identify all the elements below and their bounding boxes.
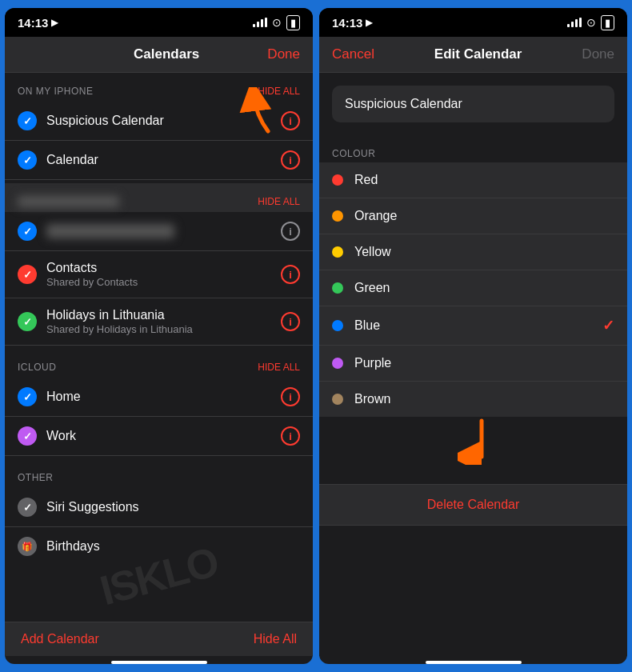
- add-calendar-button[interactable]: Add Calendar: [21, 632, 99, 646]
- green-dot: [332, 282, 343, 294]
- blurred-calendar-item: ✓ blurred text i: [5, 212, 313, 251]
- cancel-button[interactable]: Cancel: [332, 46, 374, 62]
- right-spacer: [319, 526, 627, 656]
- left-done-button[interactable]: Done: [267, 46, 300, 62]
- colour-green-item[interactable]: Green: [319, 270, 627, 306]
- home-check: ✓: [18, 387, 37, 406]
- home-name: Home: [46, 390, 281, 404]
- calendar-check: ✓: [18, 150, 37, 170]
- calendar-name-field[interactable]: [332, 86, 614, 122]
- siri-name: Siri Suggestions: [46, 500, 300, 514]
- delete-calendar-button[interactable]: Delete Calendar: [319, 484, 627, 526]
- blurred-hide-all[interactable]: HIDE ALL: [258, 196, 300, 207]
- orange-label: Orange: [354, 209, 614, 223]
- contacts-name: Contacts: [46, 261, 281, 275]
- home-indicator: [111, 661, 207, 664]
- wifi-icon: ⊙: [272, 16, 282, 29]
- icloud-hide-all[interactable]: HIDE ALL: [258, 362, 300, 373]
- left-status-time: 14:13 ▶: [18, 16, 58, 30]
- colour-yellow-item[interactable]: Yellow: [319, 234, 627, 270]
- blue-dot: [332, 320, 343, 331]
- other-label: OTHER: [18, 472, 54, 483]
- calendar-name: Calendar: [46, 153, 281, 167]
- birthdays-check: 🎁: [18, 537, 37, 556]
- down-arrow-annotation: [458, 417, 506, 465]
- on-my-iphone-label: ON MY IPHONE: [18, 86, 93, 97]
- blue-selected-check: ✓: [602, 317, 614, 334]
- suspicious-calendar-item: ✓ Suspicious Calendar i: [5, 102, 313, 141]
- suspicious-check: ✓: [18, 111, 37, 130]
- work-name: Work: [46, 429, 281, 443]
- work-info-button[interactable]: i: [281, 426, 300, 446]
- holidays-name: Holidays in Lithuania: [46, 308, 281, 322]
- colour-section-label: COLOUR: [319, 142, 627, 162]
- orange-dot: [332, 210, 343, 222]
- right-done-button[interactable]: Done: [582, 46, 614, 62]
- yellow-dot: [332, 246, 343, 258]
- signal-icon: [253, 18, 267, 27]
- right-status-time: 14:13 ▶: [332, 16, 372, 30]
- birthdays-item: 🎁 Birthdays: [5, 527, 313, 566]
- colour-orange-item[interactable]: Orange: [319, 198, 627, 234]
- red-label: Red: [354, 173, 614, 187]
- blurred-info-button[interactable]: i: [281, 222, 300, 241]
- brown-dot: [332, 394, 343, 405]
- colour-section: COLOUR Red Orange Yellow Green: [319, 142, 627, 417]
- hide-all-button[interactable]: Hide All: [254, 632, 297, 646]
- right-home-indicator: [426, 661, 522, 664]
- purple-dot: [332, 358, 343, 369]
- suspicious-info-button[interactable]: i: [281, 111, 300, 130]
- blurred-section-label: BLURRED ACCOUNT: [18, 196, 119, 207]
- left-bottom-bar: Add Calendar Hide All: [5, 622, 313, 656]
- colour-blue-item[interactable]: Blue ✓: [319, 306, 627, 346]
- left-status-bar: 14:13 ▶ ⊙ ▮: [5, 8, 313, 37]
- right-status-icons: ⊙ ▮: [567, 15, 614, 30]
- birthdays-name: Birthdays: [46, 539, 300, 554]
- right-location-icon: ▶: [366, 18, 372, 28]
- calendar-item: ✓ Calendar i: [5, 141, 313, 180]
- left-phone-panel: 14:13 ▶ ⊙ ▮ Calendars Done ON MY IPHONE …: [5, 8, 313, 664]
- on-my-iphone-header: ON MY IPHONE HIDE ALL: [5, 73, 313, 102]
- icloud-header: ICLOUD HIDE ALL: [5, 349, 313, 378]
- contacts-sub: Shared by Contacts: [46, 276, 281, 288]
- work-item: ✓ Work i: [5, 417, 313, 456]
- right-status-bar: 14:13 ▶ ⊙ ▮: [319, 8, 627, 37]
- colour-purple-item[interactable]: Purple: [319, 346, 627, 382]
- purple-label: Purple: [354, 356, 614, 370]
- blurred-calendar-name: blurred text: [46, 224, 174, 238]
- holidays-item: ✓ Holidays in Lithuania Shared by Holida…: [5, 298, 313, 346]
- on-my-iphone-hide-all[interactable]: HIDE ALL: [258, 86, 300, 97]
- other-header: OTHER: [5, 459, 313, 488]
- colour-list: Red Orange Yellow Green Blue ✓: [319, 162, 627, 417]
- green-label: Green: [354, 281, 614, 295]
- colour-red-item[interactable]: Red: [319, 162, 627, 198]
- arrow-wrapper: [319, 417, 627, 465]
- suspicious-calendar-name: Suspicious Calendar: [46, 114, 281, 128]
- right-phone-panel: 14:13 ▶ ⊙ ▮ Cancel Edit Calendar Done CO…: [319, 8, 627, 664]
- contacts-item: ✓ Contacts Shared by Contacts i: [5, 251, 313, 298]
- calendar-info-button[interactable]: i: [281, 150, 300, 170]
- holidays-info-button[interactable]: i: [281, 312, 300, 331]
- right-battery-icon: ▮: [601, 15, 614, 30]
- calendar-name-input[interactable]: [345, 97, 602, 111]
- delete-section: Delete Calendar: [319, 484, 627, 526]
- blurred-section-header: BLURRED ACCOUNT HIDE ALL: [5, 183, 313, 212]
- home-item: ✓ Home i: [5, 378, 313, 417]
- contacts-info-button[interactable]: i: [281, 265, 300, 284]
- left-nav-title: Calendars: [134, 46, 199, 62]
- right-nav-title: Edit Calendar: [434, 46, 522, 62]
- holidays-sub: Shared by Holidays in Lithuania: [46, 323, 281, 335]
- left-nav-bar: Calendars Done: [5, 37, 313, 73]
- colour-brown-item[interactable]: Brown: [319, 382, 627, 417]
- work-check: ✓: [18, 426, 37, 446]
- right-signal-icon: [567, 18, 582, 27]
- icloud-label: ICLOUD: [18, 362, 56, 373]
- battery-icon: ▮: [286, 15, 300, 30]
- siri-check: ✓: [18, 498, 37, 517]
- right-wifi-icon: ⊙: [586, 16, 596, 29]
- contacts-check: ✓: [18, 265, 37, 284]
- blue-label: Blue: [354, 318, 602, 333]
- home-info-button[interactable]: i: [281, 387, 300, 406]
- brown-label: Brown: [354, 392, 614, 406]
- blurred-check: ✓: [18, 222, 37, 241]
